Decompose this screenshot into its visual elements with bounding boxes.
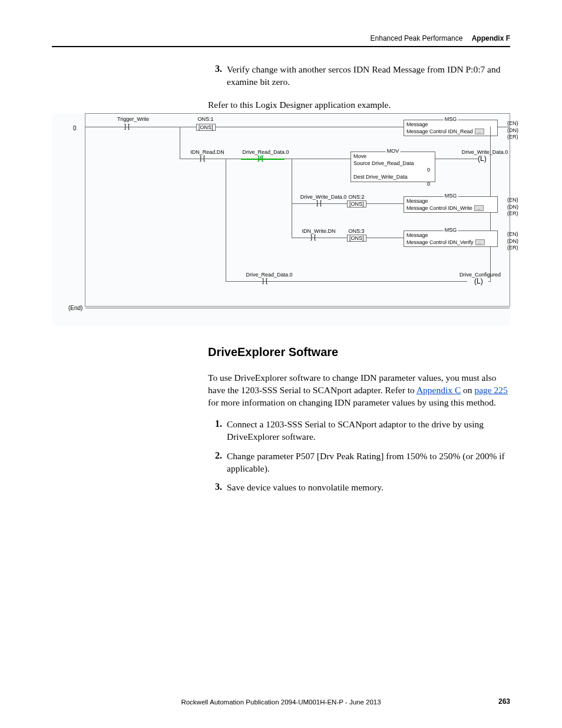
- header-appendix: Appendix F: [472, 34, 510, 42]
- mov-line: Source Drive_Read_Data: [353, 160, 432, 167]
- contact-xio-green: ]/[: [257, 154, 263, 162]
- step-3: 3. Verify change with another sercos IDN…: [208, 64, 510, 88]
- rung-label-0: 0: [73, 125, 77, 131]
- list-item: 2. Change parameter P507 [Drv Peak Ratin…: [208, 450, 510, 475]
- msg-title: MSG: [444, 116, 458, 123]
- wire: [292, 203, 292, 238]
- msg-config-button[interactable]: ...: [475, 239, 485, 245]
- msg-flags: (EN) (DN) (ER): [507, 120, 518, 141]
- tag-ons3: ONS:3: [345, 228, 368, 234]
- wire: [180, 127, 180, 159]
- tag-drive-write-data0-b: Drive_Write_Data.0: [295, 194, 352, 200]
- wire-end: [85, 308, 510, 308]
- step-number: 2.: [208, 450, 222, 475]
- mov-val: 0: [353, 167, 432, 174]
- mov-title: MOV: [386, 148, 401, 155]
- rung-area: Trigger_Write ] [ ONS:1 [ONS] MSG Messag…: [85, 113, 510, 307]
- msg-config-button[interactable]: ...: [474, 205, 484, 211]
- mov-line: Dest Drive_Write_Data: [353, 174, 432, 181]
- step-text: Change parameter P507 [Drv Peak Rating] …: [227, 450, 510, 475]
- ons2-box: [ONS]: [347, 200, 366, 207]
- msg-flags: (EN) (DN) (ER): [507, 231, 518, 252]
- msg-title: MSG: [444, 227, 458, 234]
- contact-xic: ] [: [310, 233, 316, 241]
- step-text: Connect a 1203-SSS Serial to SCANport ad…: [227, 419, 510, 443]
- section-para: To use DriveExplorer software to change …: [208, 372, 510, 409]
- wire: [85, 127, 404, 127]
- tag-idn-read-dn: IDN_Read.DN: [187, 149, 228, 155]
- msg-line: Message Control IDN_Verify...: [406, 239, 495, 246]
- header-rule: [52, 46, 510, 47]
- section-heading: DriveExplorer Software: [208, 345, 510, 359]
- tag-ons2: ONS:2: [345, 194, 368, 200]
- mov-box: MOV Move Source Drive_Read_Data 0 Dest D…: [351, 151, 435, 182]
- contact-xic: ] [: [316, 199, 322, 206]
- driveexplorer-section: DriveExplorer Software To use DriveExplo…: [208, 345, 510, 501]
- msg-flags: (EN) (DN) (ER): [507, 197, 518, 218]
- wire: [226, 159, 226, 281]
- list-item: 3. Save device values to nonvolatile mem…: [208, 482, 510, 494]
- step-number: 3.: [208, 64, 222, 88]
- refer-text: Refer to this Logix Designer application…: [208, 99, 510, 111]
- step-number: 3.: [208, 482, 222, 494]
- footer-publication: Rockwell Automation Publication 2094-UM0…: [52, 699, 510, 706]
- list-item: 1. Connect a 1203-SSS Serial to SCANport…: [208, 419, 510, 443]
- step-text: Verify change with another sercos IDN Re…: [227, 64, 510, 88]
- step-number: 1.: [208, 419, 222, 443]
- ons1-box: [ONS]: [196, 124, 216, 131]
- msg-idn-write: MSG Message Message Control IDN_Write...…: [404, 196, 498, 213]
- header-section: Enhanced Peak Performance: [371, 34, 463, 42]
- tag-ons1: ONS:1: [194, 116, 217, 122]
- msg-idn-read: MSG Message Message Control IDN_Read... …: [404, 120, 498, 136]
- wire: [292, 159, 292, 203]
- coil-latch-2: (L): [474, 277, 483, 285]
- wire: [435, 159, 478, 159]
- tag-drive-read-data0: Drive_Read_Data.0: [237, 149, 294, 155]
- mov-val: 0: [353, 181, 432, 188]
- msg-line: Message Control IDN_Read...: [406, 129, 495, 136]
- msg-idn-verify: MSG Message Message Control IDN_Verify..…: [404, 230, 498, 247]
- tag-drive-read-data0-b: Drive_Read_Data.0: [241, 272, 297, 278]
- wire: [498, 127, 510, 127]
- wire: [488, 281, 491, 282]
- step-text: Save device values to nonvolatile memory…: [227, 482, 510, 494]
- msg-line: Message Control IDN_Write...: [406, 205, 495, 212]
- wire-green: [241, 159, 285, 160]
- contact-xic: ] [: [262, 277, 267, 284]
- ons3-box: [ONS]: [347, 235, 366, 242]
- coil-latch: (L): [478, 154, 487, 163]
- link-page-225[interactable]: page 225: [474, 385, 507, 395]
- contact-xic: ] [: [200, 154, 205, 162]
- ladder-diagram: 0 (End) Trigger_Write ] [ ONS:1 [ONS] MS…: [52, 113, 510, 325]
- page-number: 263: [498, 697, 510, 706]
- msg-config-button[interactable]: ...: [475, 129, 484, 134]
- intro-block: 3. Verify change with another sercos IDN…: [208, 64, 510, 111]
- page-header: Enhanced Peak Performance Appendix F: [371, 34, 510, 42]
- tag-idn-write-dn: IDN_Write.DN: [295, 228, 342, 234]
- link-appendix-c[interactable]: Appendix C: [416, 385, 461, 395]
- ordered-list: 1. Connect a 1203-SSS Serial to SCANport…: [208, 419, 510, 495]
- rung-label-end: (End): [68, 305, 82, 311]
- tag-trigger-write: Trigger_Write: [113, 116, 154, 122]
- contact-xio: ] [: [124, 123, 130, 130]
- msg-title: MSG: [444, 193, 458, 200]
